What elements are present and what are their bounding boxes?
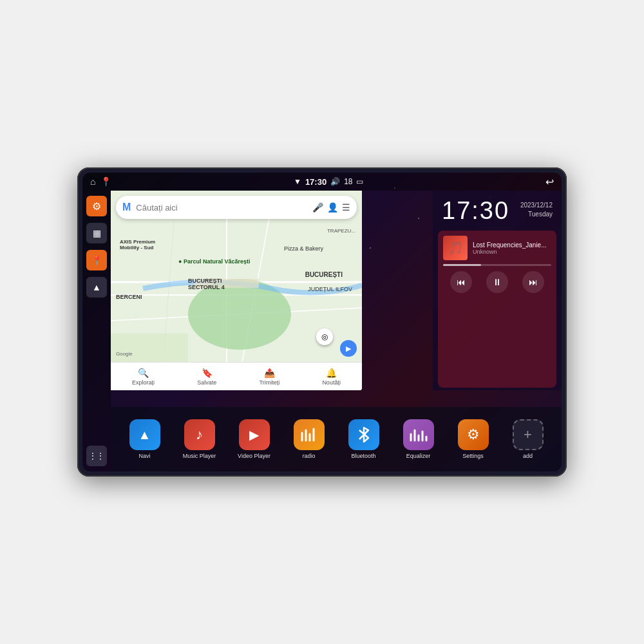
track-name: Lost Frequencies_Janie... xyxy=(473,242,551,249)
settings-icon: ⚙ xyxy=(92,200,101,213)
music-controls: ⏮ ⏸ ⏭ xyxy=(443,271,551,293)
map-label-buc: BUCUREȘTI xyxy=(305,271,343,278)
account-button[interactable]: 👤 xyxy=(327,202,338,213)
prev-button[interactable]: ⏮ xyxy=(450,271,472,293)
progress-bar[interactable] xyxy=(443,264,551,266)
maps-icon[interactable]: 📍 xyxy=(100,176,111,187)
app-music-player[interactable]: ♪ Music Player xyxy=(180,419,219,459)
next-icon: ⏭ xyxy=(529,277,538,287)
map-tabs: 🔍 Explorați 🔖 Salvate 📤 Trimiteți � xyxy=(111,362,362,390)
send-icon: 📤 xyxy=(264,368,275,378)
video-player-label: Video Player xyxy=(238,453,270,459)
navigate-icon: ▶ xyxy=(346,345,351,353)
map-container: M Căutați aici 🎤 👤 ☰ AXIS PremiumMobilit… xyxy=(111,191,362,390)
album-art: 🎵 xyxy=(443,236,468,260)
screen: ⌂ 📍 ▼ 17:30 🔊 18 ▭ ↩ ⚙ ▦ xyxy=(82,173,562,471)
right-panel: 17:30 2023/12/12 Tuesday 🎵 Lost Frequenc… xyxy=(433,191,562,390)
saved-label: Salvate xyxy=(197,379,216,386)
battery-level: 18 xyxy=(344,177,352,186)
news-label: Noutăți xyxy=(322,379,341,386)
pause-icon: ⏸ xyxy=(493,277,502,287)
grid-icon: ⋮⋮ xyxy=(89,451,104,460)
app-settings[interactable]: ⚙ Settings xyxy=(454,419,493,459)
app-radio[interactable]: radio xyxy=(290,419,328,459)
sidebar: ⚙ ▦ 📍 ▲ ⋮⋮ xyxy=(82,191,111,471)
clock-area: 17:30 2023/12/12 Tuesday xyxy=(433,191,562,228)
add-icon-wrapper: + xyxy=(513,419,544,450)
navigate-button[interactable]: ▶ xyxy=(340,340,357,357)
sidebar-settings-button[interactable]: ⚙ xyxy=(86,196,107,216)
back-icon[interactable]: ↩ xyxy=(545,176,554,188)
battery-icon: ▭ xyxy=(356,177,363,186)
video-play-icon: ▶ xyxy=(249,427,259,442)
album-art-image: 🎵 xyxy=(443,236,468,260)
navi-label: Navi xyxy=(138,453,150,459)
map-tab-explore[interactable]: 🔍 Explorați xyxy=(132,368,155,386)
bluetooth-icon xyxy=(357,426,370,443)
nav-icon: ▲ xyxy=(92,282,101,292)
status-left: ⌂ 📍 xyxy=(90,176,111,187)
search-placeholder: Căutați aici xyxy=(136,203,307,213)
explore-label: Explorați xyxy=(132,379,155,386)
status-time: 17:30 xyxy=(305,177,327,187)
map-background: M Căutați aici 🎤 👤 ☰ AXIS PremiumMobilit… xyxy=(111,191,362,390)
saved-icon: 🔖 xyxy=(202,368,213,378)
news-icon: 🔔 xyxy=(326,368,337,378)
add-label: add xyxy=(523,453,533,459)
sidebar-files-button[interactable]: ▦ xyxy=(86,223,107,243)
home-icon[interactable]: ⌂ xyxy=(90,176,95,187)
bluetooth-icon-wrapper xyxy=(348,419,379,450)
sidebar-nav-button[interactable]: ▲ xyxy=(86,277,107,298)
map-label-trapezu: TRAPEZU... xyxy=(327,228,355,234)
app-navi[interactable]: ▲ Navi xyxy=(126,419,164,459)
google-maps-icon: M xyxy=(122,202,131,213)
pause-button[interactable]: ⏸ xyxy=(486,271,508,293)
add-plus-icon: + xyxy=(524,426,532,443)
track-artist: Unknown xyxy=(473,249,551,255)
map-tab-saved[interactable]: 🔖 Salvate xyxy=(197,368,216,386)
prev-icon: ⏮ xyxy=(457,277,466,287)
equalizer-icon xyxy=(410,428,428,442)
music-note-icon: ♪ xyxy=(196,426,203,443)
music-player-label: Music Player xyxy=(183,453,216,459)
menu-button[interactable]: ☰ xyxy=(342,202,350,213)
map-label-jud: JUDEȚUL ILFOV xyxy=(308,286,352,292)
map-label-pizza: Pizza & Bakery xyxy=(284,245,323,252)
next-button[interactable]: ⏭ xyxy=(522,271,544,293)
track-details: Lost Frequencies_Janie... Unknown xyxy=(473,242,551,255)
status-bar: ⌂ 📍 ▼ 17:30 🔊 18 ▭ ↩ xyxy=(82,173,562,191)
map-google-label: Google xyxy=(116,351,133,357)
radio-label: radio xyxy=(302,453,315,459)
map-label-sector4: BUCUREȘTISECTORUL 4 xyxy=(188,278,225,290)
map-label-axis: AXIS PremiumMobility - Sud xyxy=(120,239,155,251)
send-label: Trimiteți xyxy=(260,379,280,386)
navi-arrow-icon: ▲ xyxy=(138,428,151,442)
map-search-bar[interactable]: M Căutați aici 🎤 👤 ☰ xyxy=(116,196,357,219)
app-equalizer[interactable]: Equalizer xyxy=(399,419,438,459)
status-right: ↩ xyxy=(545,176,554,188)
app-video-player[interactable]: ▶ Video Player xyxy=(235,419,274,459)
settings-icon-wrapper: ⚙ xyxy=(458,419,489,450)
video-player-icon: ▶ xyxy=(239,419,270,450)
music-player-icon: ♪ xyxy=(184,419,215,450)
search-actions: 🎤 👤 ☰ xyxy=(312,202,350,213)
app-bluetooth[interactable]: Bluetooth xyxy=(345,419,383,459)
radio-waves-icon xyxy=(301,428,317,442)
map-tab-send[interactable]: 📤 Trimiteți xyxy=(260,368,280,386)
equalizer-label: Equalizer xyxy=(406,453,431,459)
location-dot-icon: ◎ xyxy=(321,332,328,341)
mic-button[interactable]: 🎤 xyxy=(312,202,323,213)
clock-display: 17:30 xyxy=(442,198,509,223)
map-tab-news[interactable]: 🔔 Noutăți xyxy=(322,368,341,386)
location-icon: 📍 xyxy=(91,255,102,265)
app-add[interactable]: + add xyxy=(509,419,547,459)
status-center: ▼ 17:30 🔊 18 ▭ xyxy=(294,177,364,187)
settings-label: Settings xyxy=(462,453,484,459)
sidebar-grid-button[interactable]: ⋮⋮ xyxy=(86,446,107,466)
bluetooth-label: Bluetooth xyxy=(351,453,375,459)
location-button[interactable]: ◎ xyxy=(316,328,333,345)
explore-icon: 🔍 xyxy=(138,368,149,378)
progress-fill xyxy=(443,264,481,266)
main-content: ⚙ ▦ 📍 ▲ ⋮⋮ xyxy=(82,191,562,471)
sidebar-location-button[interactable]: 📍 xyxy=(86,250,107,270)
